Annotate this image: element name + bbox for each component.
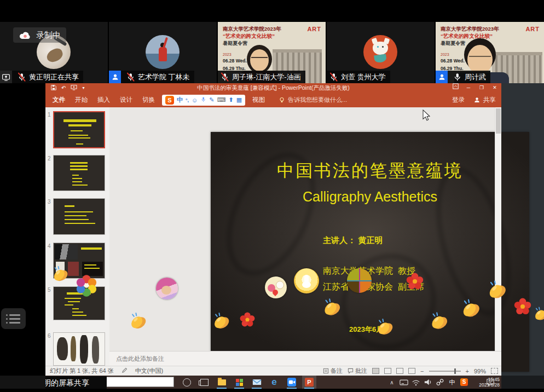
- fit-to-window-icon[interactable]: [491, 368, 498, 374]
- person-badge-icon: [109, 71, 121, 83]
- art-logo: ART: [525, 26, 540, 32]
- sign-in-button[interactable]: 登录: [452, 96, 465, 104]
- thumbnail-number: 3: [48, 199, 51, 205]
- ime-mic-icon[interactable]: [200, 96, 206, 103]
- tab-file[interactable]: 文件: [48, 93, 70, 107]
- close-button[interactable]: ✕: [488, 83, 501, 93]
- person-badge-icon: [436, 71, 448, 83]
- comments-toggle[interactable]: 批注: [348, 367, 367, 375]
- ime-chinese-icon[interactable]: 中: [177, 96, 183, 104]
- slide-thumbnail-3[interactable]: [53, 198, 105, 235]
- participant-tile-dinglinwei[interactable]: 艺术学院 丁林未: [109, 22, 217, 83]
- left-backdrop: [0, 83, 45, 376]
- pinwheel-flower-emoji: [74, 274, 99, 298]
- share-button[interactable]: 共享: [473, 96, 496, 104]
- bottom-right-backdrop: [501, 376, 544, 389]
- mic-muted-icon: [17, 72, 26, 82]
- accessibility-check-icon[interactable]: [121, 367, 128, 374]
- sogou-logo-icon[interactable]: S: [165, 96, 174, 105]
- ribbon-display-options-icon[interactable]: [449, 83, 462, 93]
- powerpoint-icon: P: [305, 378, 314, 387]
- normal-view-icon[interactable]: [372, 368, 379, 374]
- vertical-scrollbar[interactable]: [495, 107, 501, 351]
- undo-icon[interactable]: ↶: [61, 85, 66, 91]
- edge-button[interactable]: e: [267, 376, 281, 389]
- save-icon[interactable]: [51, 85, 56, 91]
- slideshow-view-icon[interactable]: [408, 368, 415, 374]
- clap-emoji: [321, 297, 342, 318]
- office-hub-button[interactable]: [232, 376, 246, 389]
- ime-chinese-indicator: 中: [449, 378, 455, 387]
- wifi-icon: [412, 379, 420, 386]
- cortana-button[interactable]: [180, 376, 194, 389]
- meeting-app-button[interactable]: [285, 376, 299, 389]
- comments-icon: [348, 368, 354, 374]
- clap-emoji: [211, 311, 231, 331]
- powerpoint-taskbar-button[interactable]: P: [302, 376, 316, 389]
- qat-dropdown-icon[interactable]: ▾: [82, 85, 84, 90]
- ime-punct-icon[interactable]: °,: [186, 97, 189, 103]
- tab-transitions[interactable]: 切换: [137, 93, 160, 107]
- participant-name: 周子琳-江南大学-油画: [232, 72, 301, 82]
- thumbnail-number: 2: [48, 155, 51, 162]
- clap-emoji: [375, 317, 395, 337]
- bottom-strip: [0, 389, 544, 392]
- reading-view-icon[interactable]: [396, 368, 403, 374]
- title-bar[interactable]: ↶ ▾ 中国书法的审美意蕴 [兼容模式] - PowerPoint(产品激活失败…: [45, 83, 501, 93]
- tab-design[interactable]: 设计: [115, 93, 137, 107]
- notes-pane[interactable]: 点击此处添加备注: [109, 351, 501, 366]
- recording-indicator[interactable]: 录制中: [13, 27, 66, 43]
- action-center-button[interactable]: [483, 376, 497, 389]
- tab-insert[interactable]: 插入: [92, 93, 115, 107]
- slide-subtitle: Calligraphy Aesthetics: [211, 189, 529, 205]
- ime-up-icon[interactable]: ⬆: [228, 96, 233, 103]
- cloud-record-icon: [19, 31, 32, 40]
- windows-taskbar: e P ∧ 中 S 15:45 2023/6/28: [45, 376, 501, 389]
- zoom-slider-thumb[interactable]: [454, 368, 456, 374]
- restore-button[interactable]: ❐: [475, 83, 488, 93]
- sogou-ime-toolbar[interactable]: S 中 °, ☺ ✎ ⌨ ⬆ ▦: [162, 95, 245, 106]
- ime-grid-icon[interactable]: ▦: [236, 96, 242, 103]
- poster-title: 南京大学艺术学院2023年: [223, 26, 281, 33]
- ime-pen-icon[interactable]: ✎: [209, 96, 214, 103]
- meeting-sidebar-toggle[interactable]: [1, 308, 26, 329]
- zoom-out-button[interactable]: −: [420, 368, 424, 374]
- participant-tile-liuxuan[interactable]: 刘萱 贵州大学: [327, 22, 435, 83]
- slide-sorter-view-icon[interactable]: [384, 368, 391, 374]
- clap-emoji: [51, 264, 70, 283]
- ime-keyboard-icon[interactable]: ⌨: [217, 96, 226, 103]
- mail-button[interactable]: [250, 376, 264, 389]
- slide-thumbnail-2[interactable]: [53, 155, 105, 191]
- mic-muted-icon: [126, 72, 135, 82]
- cortana-icon: [183, 378, 191, 387]
- zoom-level[interactable]: 99%: [474, 368, 486, 374]
- tell-me-box[interactable]: 告诉我您想要做什么...: [279, 96, 347, 104]
- language-indicator[interactable]: 中文(中国): [135, 367, 163, 375]
- zoom-in-button[interactable]: +: [466, 368, 469, 374]
- zoom-slider[interactable]: [429, 371, 461, 372]
- file-explorer-button[interactable]: [215, 376, 229, 389]
- poster-date1: 06.28 Wed.: [441, 58, 465, 64]
- slide-thumbnail-panel[interactable]: 1 2 3: [45, 107, 110, 366]
- current-slide[interactable]: 中国书法的笔墨意蕴境 Calligraphy Aesthetics 主讲人： 黄…: [211, 132, 529, 372]
- participant-tile-zhouzilin[interactable]: 南京大学艺术学院2023年 “艺术史的跨文化比较” 暑期夏令营 2023 06.…: [218, 22, 326, 83]
- participant-label: 周计武: [436, 71, 490, 83]
- slide-counter: 幻灯片 第 1 张, 共 64 张: [50, 367, 114, 375]
- clap-emoji: [128, 311, 148, 331]
- task-view-button[interactable]: [197, 376, 211, 389]
- tab-view[interactable]: 视图: [247, 93, 270, 107]
- recording-label: 录制中: [36, 30, 61, 41]
- avatar: [363, 35, 397, 69]
- window-title: 中国书法的审美意蕴 [兼容模式] - PowerPoint(产品激活失败): [45, 84, 501, 92]
- scrollbar-thumb[interactable]: [496, 108, 501, 134]
- caret-up-icon: ∧: [390, 379, 393, 385]
- ime-emoji-icon[interactable]: ☺: [192, 97, 198, 103]
- start-slideshow-icon[interactable]: [71, 85, 77, 91]
- slide-thumbnail-1[interactable]: [53, 111, 105, 148]
- minimize-button[interactable]: ─: [462, 83, 475, 93]
- notes-toggle[interactable]: 备注: [323, 367, 343, 375]
- tab-home[interactable]: 开始: [70, 93, 92, 107]
- bottom-left-fill: [0, 376, 45, 389]
- participant-tile-zhoujiwu[interactable]: 南京大学艺术学院2023年 “艺术史的跨文化比较” 暑期夏令营 2023 06.…: [436, 22, 544, 83]
- slide-thumbnail-6[interactable]: [53, 332, 105, 366]
